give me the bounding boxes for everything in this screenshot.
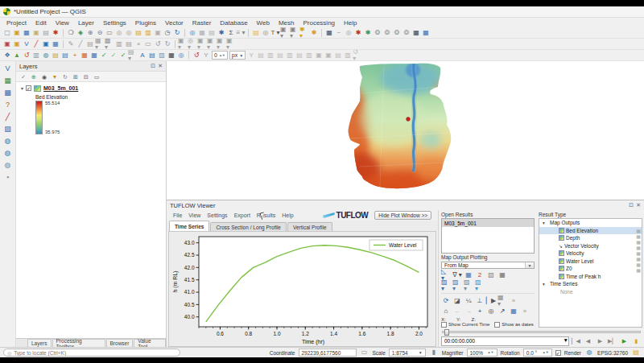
toolbar-icon[interactable]: ▦ [51, 39, 60, 49]
menu-item[interactable]: Settings [103, 19, 126, 27]
map-style-icon[interactable]: ▨ ▾ [452, 281, 462, 291]
toolbar-icon[interactable]: ≡ ▾ [236, 28, 246, 38]
tuflow-menu-item[interactable]: Help [282, 212, 293, 218]
map-style-icon[interactable]: ▨ ▾ [464, 281, 473, 291]
checkbox-option[interactable]: Show Current Time [441, 322, 489, 328]
map-style-icon[interactable]: ▨ ▾ [475, 281, 485, 291]
toolbar-icon[interactable]: − [334, 28, 344, 38]
toolbar-icon[interactable]: ▣ [324, 51, 333, 60]
undock-icon[interactable]: ⊡ [629, 202, 634, 208]
playback-icon[interactable]: ▶ [619, 336, 630, 346]
toolbar-icon[interactable]: ◎ [114, 28, 124, 38]
toolbar-icon[interactable]: A [138, 51, 147, 60]
axis-toggle-icon[interactable]: ▦ [636, 234, 641, 239]
datasource-icon[interactable]: ▨ [2, 124, 14, 134]
plot-action-icon[interactable]: ▏▶ [486, 296, 496, 306]
panel-tab[interactable]: Layers [27, 339, 52, 347]
panel-tab[interactable]: Value Tool [134, 339, 166, 347]
plot-tool-icon[interactable]: ▦ [497, 270, 507, 280]
playback-icon[interactable]: ◀ [583, 336, 593, 346]
checkbox[interactable] [441, 322, 447, 328]
toolbar-icon[interactable]: ❂ [392, 28, 402, 38]
toolbar-icon[interactable]: ▥ [114, 39, 124, 49]
playback-icon[interactable]: ▮ [631, 336, 642, 346]
toolbar-icon[interactable]: ▤ [51, 51, 60, 60]
toolbar-icon[interactable]: ◎ [176, 51, 186, 60]
toolbar-icon[interactable] [248, 29, 249, 37]
expand-icon[interactable]: ▾ [21, 85, 23, 91]
result-type-item[interactable]: Velocity [539, 250, 642, 258]
toolbar-icon[interactable]: ▤ [207, 28, 217, 38]
toolbar-icon[interactable]: ▦ [167, 51, 176, 60]
plot-action-icon[interactable]: ◪ [452, 296, 462, 306]
plot-nav-icon[interactable]: ▦ [509, 307, 518, 316]
toolbar-icon[interactable]: ▦ [197, 28, 207, 38]
toolbar-icon[interactable]: ▣ ▾ [178, 39, 188, 49]
toolbar-icon[interactable]: ▣ ▾ [207, 39, 217, 49]
time-slider[interactable] [442, 331, 641, 333]
toolbar-icon[interactable]: ▣ [41, 39, 51, 49]
result-type-item[interactable]: Depth [539, 234, 642, 242]
playback-icon[interactable]: ▶ [595, 336, 605, 346]
toolbar-icon[interactable]: ◎ [124, 28, 134, 38]
playback-icon[interactable]: ▶▏ [607, 336, 617, 346]
toolbar-icon[interactable]: ⊕ [85, 28, 95, 38]
toolbar-icon[interactable] [175, 40, 175, 48]
toolbar-icon[interactable]: V [22, 39, 31, 49]
toolbar-icon[interactable]: ✎ [66, 39, 76, 49]
menu-item[interactable]: Vector [165, 19, 184, 27]
lock-scale-icon[interactable]: ▮ [429, 348, 439, 357]
checkbox[interactable] [494, 322, 500, 328]
plot-action-icon[interactable]: ⊥ [475, 296, 485, 306]
layers-tool-icon[interactable]: ▼ [51, 72, 59, 80]
toolbar-icon[interactable]: ▤ [60, 51, 70, 60]
toolbar-icon[interactable]: ✱ [217, 28, 226, 38]
toolbar-icon[interactable]: ▤ [256, 51, 266, 60]
axis-toggle-icon[interactable]: ▦ [636, 251, 641, 256]
plot-action-icon[interactable]: ⟳ [441, 296, 451, 306]
toolbar-icon[interactable] [63, 29, 64, 37]
label-size-spinner[interactable]: 0▲▼ [212, 51, 228, 60]
plot-nav-icon[interactable]: ← [452, 307, 462, 316]
toolbar-icon[interactable]: ▣ ▾ [197, 39, 207, 49]
result-type-item[interactable]: Vector Velocity [539, 242, 642, 250]
toolbar-icon[interactable]: ↻ [163, 39, 172, 49]
menu-item[interactable]: Database [220, 19, 247, 27]
toolbar-icon[interactable]: ▩ ▾ [105, 39, 114, 49]
toolbar-icon[interactable]: ▢ [2, 28, 12, 38]
toolbar-icon[interactable]: ▤ [333, 51, 343, 60]
globe-crs-icon[interactable]: ◍ [584, 348, 594, 357]
epsg-code[interactable]: EPSG:32760 [597, 350, 628, 356]
toolbar-icon[interactable]: ╱ [31, 39, 41, 49]
toolbar-icon[interactable]: ◷ [163, 28, 172, 38]
render-checkbox[interactable]: ✓ [555, 350, 561, 356]
toolbar-icon[interactable]: ✱ [309, 28, 319, 38]
close-icon[interactable]: ✕ [636, 202, 641, 208]
plot-action-icon[interactable]: » [509, 296, 518, 306]
layer-name[interactable]: M03_5m_001 [43, 85, 78, 91]
toolbar-icon[interactable] [321, 29, 322, 37]
unit-combo[interactable]: px ▼ [229, 51, 246, 60]
panel-tab[interactable]: Browser [106, 339, 134, 347]
toolbar-icon[interactable]: ▥ [285, 51, 295, 60]
toolbar-icon[interactable]: ◎ [344, 28, 353, 38]
toolbar-icon[interactable]: ▥ [143, 28, 153, 38]
result-type-item[interactable]: Z0 [539, 265, 642, 273]
plot-tab[interactable]: Vertical Profile [287, 222, 332, 231]
tuflow-menu-item[interactable]: Export [234, 212, 250, 218]
toolbar-icon[interactable]: T ▾ [270, 28, 280, 38]
toolbar-icon[interactable]: ▣ [314, 51, 324, 60]
toolbar-icon[interactable]: ✓ [118, 51, 128, 60]
toolbar-icon[interactable]: ◍ [41, 51, 51, 60]
datasource-icon[interactable]: ◍ [2, 136, 14, 146]
expand-icon[interactable]: ▾ [541, 282, 547, 287]
layers-tool-icon[interactable]: ⊞ [72, 72, 80, 80]
axis-toggle-icon[interactable]: ▦ [636, 268, 641, 273]
layers-tool-icon[interactable]: ◉ [40, 72, 48, 80]
toolbar-icon[interactable]: ▣ ▾ [226, 39, 236, 49]
datasource-icon[interactable]: ╱ [2, 112, 14, 122]
locate-input[interactable] [14, 350, 176, 356]
menu-item[interactable]: Raster [192, 19, 212, 27]
scale-combo[interactable]: 1:8754▼ [389, 349, 426, 357]
toolbar-icon[interactable]: ▤ [147, 51, 157, 60]
